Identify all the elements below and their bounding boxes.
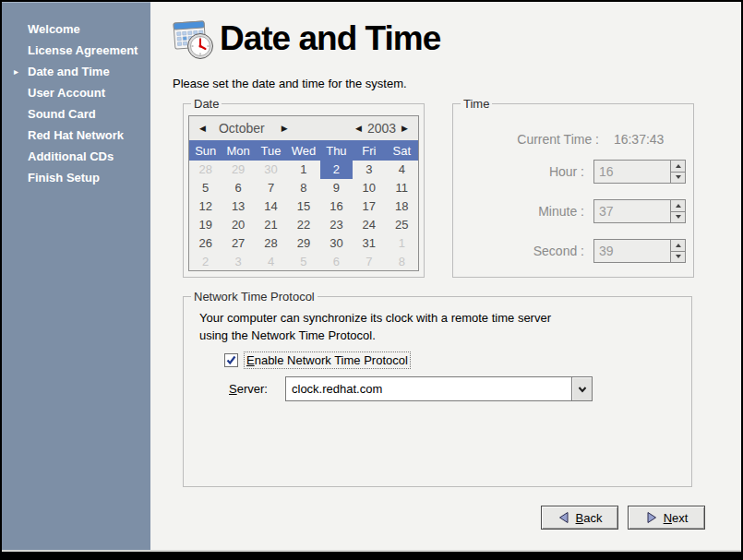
calendar-day-cell[interactable]: 6 [222,179,254,197]
sidebar-item-label: Finish Setup [28,171,100,185]
sidebar-item-finish-setup[interactable]: ▸Finish Setup [2,167,150,188]
calendar-day-cell[interactable]: 9 [320,179,353,197]
calendar-widget: ◀ October ▶ ◀ 2003 ▶ SunMonTueWedThuFriS… [188,115,419,271]
server-label: Server: [229,382,280,396]
calendar-day-cell[interactable]: 1 [287,161,319,179]
calendar-day-header: Tue [255,144,287,158]
calendar-day-cell[interactable]: 30 [320,234,353,253]
ntp-checkbox-label[interactable]: Enable Network Time Protocol [244,351,411,369]
calendar-day-cell[interactable]: 28 [189,161,222,179]
spin-up-icon[interactable] [671,200,685,212]
spin-down-icon[interactable] [671,173,685,184]
calendar-day-cell[interactable]: 2 [189,253,222,271]
chevron-down-icon [578,386,587,393]
minute--input[interactable]: 37 [594,200,670,222]
calendar-day-cell[interactable]: 10 [353,179,385,197]
time-frame: Time Current Time : 16:37:43 Hour :16Min… [452,103,694,278]
hour--label: Hour : [453,164,584,179]
calendar-day-cell[interactable]: 20 [222,216,254,234]
calendar-day-cell[interactable]: 18 [386,197,418,216]
calendar-day-header: Wed [287,144,319,158]
sidebar-item-welcome[interactable]: ▸Welcome [2,18,150,40]
calendar-day-cell[interactable]: 31 [353,234,385,253]
calendar-day-cell[interactable]: 28 [255,234,287,253]
calendar-day-cell[interactable]: 3 [222,253,254,271]
calendar-day-cell[interactable]: 12 [189,197,222,216]
sidebar-item-user-account[interactable]: ▸User Account [2,82,150,103]
calendar-day-cell[interactable]: 15 [287,197,319,216]
calendar-day-cell[interactable]: 4 [386,161,418,179]
calendar-day-cell[interactable]: 30 [255,161,287,179]
prev-month-icon[interactable]: ◀ [196,124,210,133]
calendar-day-cell[interactable]: 7 [353,253,385,271]
server-dropdown-button[interactable] [571,376,593,401]
calendar-day-cell[interactable]: 29 [222,161,254,179]
calendar-day-cell[interactable]: 21 [255,216,287,234]
current-time-row: Current Time : 16:37:43 [453,132,693,147]
next-year-icon[interactable]: ▶ [398,124,412,133]
sidebar-item-license-agreement[interactable]: ▸License Agreement [2,40,150,61]
calendar-day-cell[interactable]: 5 [287,253,319,271]
sidebar-item-label: Date and Time [28,65,110,78]
sidebar-item-date-and-time[interactable]: ▸Date and Time [2,61,150,82]
prev-year-icon[interactable]: ◀ [352,124,366,133]
active-item-arrow-icon: ▸ [14,61,18,82]
spin-down-icon[interactable] [671,212,685,223]
calendar-day-cell[interactable]: 7 [255,179,287,197]
calendar-day-cell[interactable]: 6 [320,253,353,271]
calendar-day-cell[interactable]: 17 [353,197,385,216]
sidebar-item-red-hat-network[interactable]: ▸Red Hat Network [2,125,150,146]
next-month-icon[interactable]: ▶ [278,124,292,133]
calendar-day-cell[interactable]: 1 [386,234,418,253]
calendar-day-cell[interactable]: 19 [189,216,222,234]
page-subtitle: Please set the date and time for the sys… [173,77,407,90]
calendar-day-cell[interactable]: 3 [353,161,385,179]
spin-up-icon[interactable] [671,240,685,252]
current-time-label: Current Time : [453,132,599,147]
back-arrow-icon [557,511,570,524]
back-button-label: Back [576,511,603,525]
ntp-checkbox-row: Enable Network Time Protocol [224,351,411,369]
second--input[interactable]: 39 [594,240,670,262]
calendar-day-header: Thu [320,144,353,158]
calendar-day-header: Fri [353,144,385,158]
spin-up-icon[interactable] [671,161,685,173]
calendar-day-cell[interactable]: 8 [287,179,319,197]
server-input[interactable]: clock.redhat.com [285,376,571,401]
calendar-month-label: October [219,121,265,136]
check-icon [226,355,236,365]
sidebar-item-label: User Account [28,86,105,100]
ntp-frame-label: Network Time Protocol [191,290,318,304]
ntp-enable-checkbox[interactable] [224,353,238,367]
time-field-row: Minute :37 [453,199,693,223]
calendar-day-cell[interactable]: 4 [255,253,287,271]
calendar-day-cell[interactable]: 16 [320,197,353,216]
calendar-day-cell[interactable]: 5 [189,179,222,197]
calendar-day-cell[interactable]: 24 [353,216,385,234]
setup-wizard-window: ▸Welcome▸License Agreement▸Date and Time… [0,0,743,560]
calendar-year-label: 2003 [367,121,396,136]
sidebar-item-additional-cds[interactable]: ▸Additional CDs [2,146,150,167]
ntp-frame: Network Time Protocol Your computer can … [183,296,692,487]
calendar-day-cell[interactable]: 8 [386,253,418,271]
calendar-day-cell[interactable]: 13 [222,197,254,216]
calendar-day-cell[interactable]: 23 [320,216,353,234]
calendar-day-cell[interactable]: 22 [287,216,319,234]
calendar-day-cell[interactable]: 25 [386,216,418,234]
calendar-day-cell[interactable]: 29 [287,234,319,253]
calendar-day-cell[interactable]: 2 [320,161,353,179]
calendar-day-header: Sat [386,144,418,158]
next-button[interactable]: Next [628,506,705,530]
sidebar-item-sound-card[interactable]: ▸Sound Card [2,103,150,125]
calendar-day-cell[interactable]: 11 [386,179,418,197]
spin-down-icon[interactable] [671,252,685,263]
time-frame-label: Time [461,97,492,111]
back-button[interactable]: Back [541,506,618,530]
calendar-day-cell[interactable]: 26 [189,234,222,253]
time-fields: Hour :16Minute :37Second :39 [453,160,693,279]
calendar-day-cell[interactable]: 14 [255,197,287,216]
hour--input[interactable]: 16 [594,161,670,183]
sidebar-item-label: Additional CDs [28,149,114,163]
calendar-day-cell[interactable]: 27 [222,234,254,253]
calendar-grid: 2829301234567891011121314151617181920212… [189,161,418,271]
